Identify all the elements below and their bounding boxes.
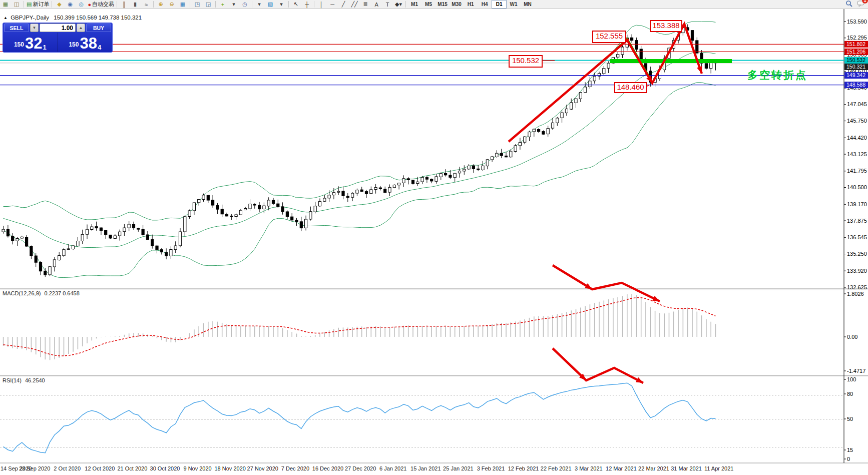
buy-price[interactable]: 150 38 4 [58, 33, 113, 52]
trendline-icon[interactable]: ╱ [338, 1, 349, 8]
line-chart-icon: ≈ [145, 2, 148, 8]
timeframe-h1[interactable]: H1 [464, 1, 478, 8]
clock-icon[interactable]: ◷ [239, 1, 250, 8]
profile-icon[interactable]: ◉ [65, 1, 76, 8]
bars-chart-icon: ║ [122, 2, 126, 8]
timeframe-w1[interactable]: W1 [507, 1, 521, 8]
panel-frames [0, 9, 868, 463]
toolbar-separator [314, 1, 314, 8]
fibonacci-icon[interactable]: ≣ [360, 1, 371, 8]
channel-icon[interactable]: ╱╱ [349, 1, 360, 8]
profile-icon: ◉ [68, 1, 73, 8]
volume-down-button[interactable]: ▼ [30, 24, 39, 32]
timeframe-mn[interactable]: MN [521, 1, 535, 8]
volume-up-button[interactable]: ▲ [77, 24, 85, 32]
svg-text:150.321: 150.321 [846, 64, 865, 70]
arrange-windows-icon[interactable]: ◳ [192, 1, 203, 8]
search-icon[interactable] [845, 0, 853, 9]
timeframe-m15[interactable]: M15 [436, 1, 450, 8]
chart-zoom-preview-icon[interactable]: ◫ [11, 1, 22, 8]
line-chart-icon[interactable]: ≈ [141, 1, 152, 8]
clock-icon: ◷ [242, 1, 247, 8]
timeframe-m1[interactable]: M1 [407, 1, 421, 8]
shapes-icon[interactable]: ◆▾ [393, 1, 404, 8]
add-indicator-icon: + [221, 2, 224, 8]
svg-text:27 Nov 2020: 27 Nov 2020 [247, 465, 278, 471]
new-order-icon-label: 新订单 [33, 1, 49, 8]
svg-text:12 Oct 2020: 12 Oct 2020 [85, 465, 115, 471]
toolbar-separator [252, 1, 252, 8]
sell-price[interactable]: 150 32 1 [3, 33, 58, 52]
zoom-in-icon[interactable]: ⊕ [155, 1, 166, 8]
price-callout-153.388[interactable]: 153.388 [650, 20, 682, 32]
svg-text:0.00: 0.00 [847, 334, 857, 340]
svg-text:100: 100 [847, 376, 856, 382]
date-axis[interactable]: 14 Sep 202023 Sep 20202 Oct 202012 Oct 2… [1, 465, 733, 471]
tile-windows-icon[interactable]: ▦ [177, 1, 188, 8]
svg-text:139.170: 139.170 [847, 201, 867, 207]
toolbar-separator [288, 1, 289, 8]
svg-text:12 Feb 2021: 12 Feb 2021 [508, 465, 539, 471]
timeframe-m30[interactable]: M30 [450, 1, 464, 8]
annotation-note[interactable]: 多空转折点 [747, 68, 807, 82]
timeframe-d1[interactable]: D1 [492, 0, 507, 9]
crosshair-icon[interactable]: ┼ [301, 1, 312, 8]
rsi-trend-arrows[interactable] [553, 348, 643, 383]
zoom-out-icon[interactable]: ⊖ [166, 1, 177, 8]
svg-text:9 Nov 2020: 9 Nov 2020 [183, 465, 211, 471]
zoom-in-icon: ⊕ [158, 1, 163, 8]
svg-text:27 Dec 2020: 27 Dec 2020 [345, 465, 376, 471]
horizontal-line-icon[interactable]: ─ [327, 1, 338, 8]
text-icon[interactable]: A [371, 1, 382, 8]
toolbar-separator [215, 1, 216, 8]
vertical-line-icon[interactable]: │ [316, 1, 327, 8]
horizontal-line-icon: ─ [330, 2, 334, 8]
svg-text:143.125: 143.125 [847, 151, 867, 157]
svg-text:30 Oct 2020: 30 Oct 2020 [150, 465, 180, 471]
style-brush-icon[interactable]: ◆ [54, 1, 65, 8]
timeframe-m5[interactable]: M5 [421, 1, 436, 8]
chart-window-icon[interactable]: ▦ [0, 1, 11, 8]
crosshair-icon: ┼ [305, 2, 309, 8]
price-callout-152.555[interactable]: 152.555 [592, 31, 626, 43]
template-dropdown-icon[interactable]: ▾ [254, 1, 265, 8]
macd-panel: 1.80260.00-1.4717 [4, 291, 866, 374]
chart-zoom-preview-icon: ◫ [14, 1, 19, 8]
chat-icon[interactable]: 1 [857, 0, 865, 9]
arrange-windows-icon: ◳ [195, 1, 200, 8]
cursor-icon[interactable]: ↖ [290, 1, 301, 8]
svg-text:133.920: 133.920 [847, 268, 867, 274]
autotrading-icon[interactable]: ●自动交易 [87, 1, 115, 8]
toolbar: ▦◫▤新订单◆◉◎●自动交易║▮≈⊕⊖▦◳◲+▾◷▾▧▾↖┼│─╱╱╱≣AT◆▾… [0, 0, 868, 9]
text-label-icon[interactable]: T [382, 1, 393, 8]
arrange-charts-icon[interactable]: ◲ [203, 1, 214, 8]
price-callout-150.532[interactable]: 150.532 [509, 55, 543, 68]
chart-template-icon[interactable]: ▧ [265, 1, 276, 8]
svg-text:3 Feb 2021: 3 Feb 2021 [477, 465, 505, 471]
candles-chart-icon[interactable]: ▮ [130, 1, 141, 8]
volume-input[interactable] [40, 24, 76, 32]
price-object-lines[interactable] [0, 44, 844, 85]
add-indicator-icon[interactable]: + [217, 1, 228, 8]
svg-text:136.545: 136.545 [847, 234, 867, 240]
sell-button[interactable]: SELL [4, 24, 29, 32]
svg-text:147.045: 147.045 [847, 101, 867, 107]
svg-text:22 Mar 2021: 22 Mar 2021 [638, 465, 669, 471]
buy-button[interactable]: BUY [86, 24, 111, 32]
svg-text:15 Jan 2021: 15 Jan 2021 [410, 465, 441, 471]
indicator-dropdown-icon[interactable]: ▾ [228, 1, 239, 8]
new-order-icon[interactable]: ▤新订单 [26, 1, 50, 8]
text-icon: A [374, 2, 378, 8]
signals-icon[interactable]: ◎ [76, 1, 87, 8]
macd-trend-arrows[interactable] [553, 265, 660, 301]
toolbar-separator [24, 1, 24, 8]
bars-chart-icon[interactable]: ║ [119, 1, 130, 8]
autotrading-icon-label: 自动交易 [92, 1, 114, 8]
autotrading-icon: ● [88, 2, 91, 8]
svg-text:23 Sep 2020: 23 Sep 2020 [19, 465, 50, 471]
svg-text:50: 50 [847, 416, 853, 422]
price-callout-148.460[interactable]: 148.460 [614, 82, 647, 93]
chart-canvas[interactable]: 153.590152.295150.965149.670148.340147.0… [0, 0, 868, 475]
template-dropdown2-icon[interactable]: ▾ [276, 1, 287, 8]
timeframe-h4[interactable]: H4 [478, 1, 492, 8]
